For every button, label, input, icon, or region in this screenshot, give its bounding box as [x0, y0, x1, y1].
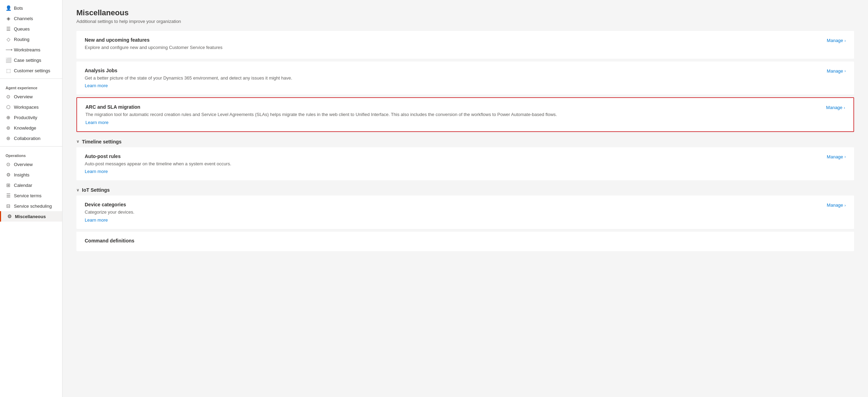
workspaces-icon: ⬡ [6, 104, 11, 110]
calendar-icon: ⊞ [6, 182, 11, 188]
card-command-definitions: Command definitions [76, 232, 854, 251]
page-title: Miscellaneous [76, 8, 854, 17]
card-auto-post-rules-title: Auto-post rules [85, 154, 821, 159]
sidebar-item-insights[interactable]: ⚙ Insights [0, 169, 62, 180]
sidebar: 👤 Bots ◈ Channels ☰ Queues ◇ Routing ⟶ W… [0, 0, 62, 397]
manage-new-features-button[interactable]: Manage › [827, 37, 846, 43]
workstreams-icon: ⟶ [6, 47, 11, 52]
card-arc-sla-link[interactable]: Learn more [85, 120, 108, 125]
productivity-icon: ⊕ [6, 115, 11, 120]
service-scheduling-icon: ⊟ [6, 203, 11, 209]
sidebar-item-productivity[interactable]: ⊕ Productivity [0, 112, 62, 123]
card-device-categories-title: Device categories [85, 202, 821, 207]
manage-device-categories-button[interactable]: Manage › [827, 202, 846, 208]
ops-overview-icon: ⊙ [6, 162, 11, 167]
card-analysis-jobs-content: Analysis Jobs Get a better picture of th… [85, 68, 821, 89]
card-analysis-jobs-title: Analysis Jobs [85, 68, 821, 73]
queues-icon: ☰ [6, 26, 11, 32]
card-new-features-content: New and upcoming features Explore and co… [85, 37, 821, 52]
card-command-definitions-title: Command definitions [85, 238, 846, 243]
card-device-categories: Device categories Categorize your device… [76, 196, 854, 229]
sidebar-item-collaboration[interactable]: ⊛ Collaboration [0, 133, 62, 143]
section-header-iot[interactable]: ∨ IoT Settings [76, 183, 854, 196]
card-command-definitions-content: Command definitions [85, 238, 846, 245]
card-new-features-title: New and upcoming features [85, 37, 821, 43]
sidebar-item-routing[interactable]: ◇ Routing [0, 34, 62, 44]
manage-new-features-chevron: › [844, 39, 846, 43]
sidebar-item-service-terms[interactable]: ☰ Service terms [0, 190, 62, 201]
sidebar-item-workspaces[interactable]: ⬡ Workspaces [0, 102, 62, 112]
card-auto-post-rules-desc: Auto-post messages appear on the timelin… [85, 160, 821, 167]
manage-arc-sla-button[interactable]: Manage › [826, 104, 845, 110]
sidebar-item-calendar[interactable]: ⊞ Calendar [0, 180, 62, 190]
manage-analysis-jobs-chevron: › [844, 69, 846, 73]
sidebar-item-case-settings[interactable]: ⬜ Case settings [0, 55, 62, 65]
card-auto-post-rules-link[interactable]: Learn more [85, 169, 108, 174]
timeline-chevron-icon: ∨ [76, 139, 79, 144]
channels-icon: ◈ [6, 16, 11, 21]
card-device-categories-link[interactable]: Learn more [85, 217, 108, 223]
case-settings-icon: ⬜ [6, 57, 11, 63]
sidebar-section-agent-experience: Agent experience [0, 82, 62, 91]
manage-device-categories-chevron: › [844, 203, 846, 207]
card-analysis-jobs: Analysis Jobs Get a better picture of th… [76, 61, 854, 95]
manage-arc-sla-chevron: › [844, 106, 845, 110]
manage-auto-post-rules-chevron: › [844, 155, 846, 159]
miscellaneous-icon: ⚙ [7, 214, 12, 219]
card-new-features-desc: Explore and configure new and upcoming C… [85, 44, 821, 51]
collaboration-icon: ⊛ [6, 135, 11, 141]
sidebar-item-queues[interactable]: ☰ Queues [0, 24, 62, 34]
section-header-timeline[interactable]: ∨ Timeline settings [76, 135, 854, 147]
bots-icon: 👤 [6, 5, 11, 11]
card-analysis-jobs-link[interactable]: Learn more [85, 83, 108, 88]
sidebar-item-channels[interactable]: ◈ Channels [0, 13, 62, 24]
card-arc-sla-content: ARC and SLA migration The migration tool… [85, 104, 820, 125]
card-auto-post-rules: Auto-post rules Auto-post messages appea… [76, 147, 854, 181]
manage-analysis-jobs-button[interactable]: Manage › [827, 68, 846, 74]
main-content: Miscellaneous Additional settings to hel… [62, 0, 868, 397]
routing-icon: ◇ [6, 36, 11, 42]
iot-chevron-icon: ∨ [76, 188, 79, 192]
ae-overview-icon: ⊙ [6, 94, 11, 99]
card-device-categories-content: Device categories Categorize your device… [85, 202, 821, 223]
service-terms-icon: ☰ [6, 193, 11, 198]
card-device-categories-desc: Categorize your devices. [85, 209, 821, 216]
card-arc-sla-desc: The migration tool for automatic record … [85, 111, 820, 118]
customer-settings-icon: ⬚ [6, 68, 11, 73]
card-arc-sla-title: ARC and SLA migration [85, 104, 820, 110]
card-auto-post-rules-content: Auto-post rules Auto-post messages appea… [85, 154, 821, 174]
sidebar-item-ae-overview[interactable]: ⊙ Overview [0, 91, 62, 102]
sidebar-item-service-scheduling[interactable]: ⊟ Service scheduling [0, 201, 62, 211]
sidebar-divider-2 [0, 146, 62, 147]
sidebar-section-operations: Operations [0, 149, 62, 159]
sidebar-item-customer-settings[interactable]: ⬚ Customer settings [0, 65, 62, 76]
sidebar-item-bots[interactable]: 👤 Bots [0, 3, 62, 13]
sidebar-item-ops-overview[interactable]: ⊙ Overview [0, 159, 62, 169]
sidebar-item-workstreams[interactable]: ⟶ Workstreams [0, 44, 62, 55]
insights-icon: ⚙ [6, 172, 11, 177]
manage-auto-post-rules-button[interactable]: Manage › [827, 154, 846, 159]
card-new-features: New and upcoming features Explore and co… [76, 31, 854, 59]
card-analysis-jobs-desc: Get a better picture of the state of you… [85, 75, 821, 82]
knowledge-icon: ⊚ [6, 125, 11, 131]
sidebar-item-knowledge[interactable]: ⊚ Knowledge [0, 123, 62, 133]
card-arc-sla: ARC and SLA migration The migration tool… [76, 97, 854, 132]
sidebar-item-miscellaneous[interactable]: ⚙ Miscellaneous [0, 211, 62, 222]
page-subtitle: Additional settings to help improve your… [76, 19, 854, 24]
sidebar-divider-1 [0, 78, 62, 79]
